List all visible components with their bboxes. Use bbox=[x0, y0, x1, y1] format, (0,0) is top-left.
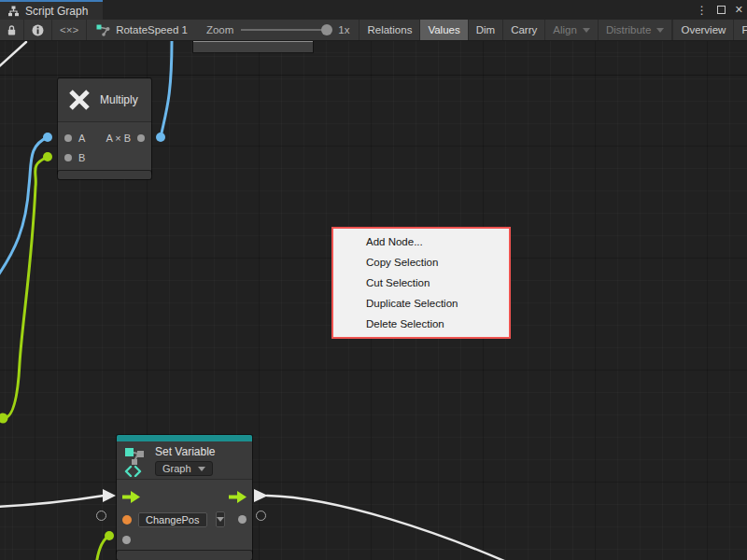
input-port-b[interactable] bbox=[64, 154, 72, 161]
variable-icon bbox=[123, 445, 148, 477]
dim-button[interactable]: Dim bbox=[469, 20, 503, 40]
set-variable-body: ChangePos bbox=[117, 479, 252, 554]
chevron-down-icon bbox=[583, 28, 590, 33]
value-output-port[interactable] bbox=[238, 515, 247, 524]
carry-button[interactable]: Carry bbox=[503, 20, 545, 40]
set-variable-title: Set Variable bbox=[155, 445, 215, 458]
info-icon bbox=[32, 24, 44, 36]
variable-name-chevron-button[interactable] bbox=[216, 511, 226, 527]
flow-input-arrow-icon[interactable] bbox=[122, 491, 140, 503]
relations-button[interactable]: Relations bbox=[359, 20, 420, 40]
variable-kind-dropdown[interactable]: Graph bbox=[155, 461, 213, 476]
variable-name-dropdown[interactable]: ChangePos bbox=[138, 512, 207, 527]
lock-icon bbox=[7, 24, 16, 36]
graph-toolbar: <×> RotateSpeed 1 Zoom 1x Relations Valu… bbox=[0, 20, 747, 41]
tab-script-graph[interactable]: Script Graph bbox=[0, 0, 103, 20]
zoom-slider-handle[interactable] bbox=[321, 24, 332, 35]
maximize-icon[interactable] bbox=[717, 6, 726, 14]
menu-item-add-node[interactable]: Add Node... bbox=[333, 231, 509, 252]
set-variable-footer bbox=[117, 551, 252, 560]
node-set-variable[interactable]: Set Variable Graph ChangePos bbox=[117, 435, 252, 554]
info-button[interactable] bbox=[24, 20, 52, 40]
code-view-button[interactable]: <×> bbox=[52, 20, 87, 40]
chevron-down-icon bbox=[217, 517, 224, 522]
menu-item-duplicate-selection[interactable]: Duplicate Selection bbox=[333, 293, 509, 314]
menu-item-copy-selection[interactable]: Copy Selection bbox=[333, 252, 509, 273]
context-menu: Add Node... Copy Selection Cut Selection… bbox=[331, 227, 511, 339]
multiply-x-icon bbox=[67, 88, 92, 112]
tab-label: Script Graph bbox=[25, 5, 88, 18]
output-port-axb[interactable] bbox=[137, 134, 145, 142]
fallback-input-port[interactable] bbox=[122, 536, 131, 544]
distribute-label: Distribute bbox=[606, 24, 652, 35]
menu-item-delete-selection[interactable]: Delete Selection bbox=[333, 314, 509, 334]
unconnected-port-ring-left[interactable] bbox=[96, 511, 106, 521]
multiply-node-title: Multiply bbox=[100, 93, 138, 106]
align-dropdown-button[interactable]: Align bbox=[545, 20, 599, 40]
input-port-a[interactable] bbox=[64, 134, 72, 142]
breadcrumb[interactable]: RotateSpeed 1 bbox=[87, 20, 197, 40]
graph-hierarchy-icon bbox=[7, 6, 20, 17]
chevron-down-icon bbox=[656, 28, 664, 33]
fullscreen-button[interactable]: Full Screen bbox=[734, 20, 747, 40]
unconnected-port-ring-right[interactable] bbox=[256, 511, 266, 521]
lock-button[interactable] bbox=[0, 20, 24, 40]
port-a-label: A bbox=[78, 133, 85, 144]
node-multiply[interactable]: Multiply A A × B B bbox=[58, 78, 151, 175]
overview-button[interactable]: Overview bbox=[673, 20, 734, 40]
values-button[interactable]: Values bbox=[420, 20, 468, 40]
port-b-label: B bbox=[78, 152, 85, 163]
multiply-node-footer bbox=[58, 171, 151, 179]
set-variable-header[interactable]: Set Variable Graph bbox=[117, 441, 252, 479]
obscured-node-top bbox=[193, 41, 313, 52]
zoom-control: Zoom 1x bbox=[197, 20, 360, 40]
script-graph-window: Multiply A A × B B bbox=[0, 0, 747, 560]
close-icon[interactable]: ✕ bbox=[735, 4, 743, 16]
value-input-port[interactable] bbox=[122, 515, 132, 525]
title-bar: Script Graph ⋮ ✕ bbox=[0, 0, 747, 20]
port-out-label: A × B bbox=[106, 133, 131, 144]
window-menu-icon[interactable]: ⋮ bbox=[697, 4, 708, 17]
flow-output-arrow-icon[interactable] bbox=[229, 491, 247, 503]
breadcrumb-label: RotateSpeed 1 bbox=[116, 24, 188, 35]
chevron-down-icon bbox=[198, 467, 205, 471]
multiply-node-body: A A × B B bbox=[58, 121, 151, 175]
set-variable-accent-bar bbox=[117, 435, 252, 441]
distribute-dropdown-button[interactable]: Distribute bbox=[599, 20, 673, 40]
zoom-slider[interactable] bbox=[241, 29, 331, 31]
variable-kind-value: Graph bbox=[162, 463, 191, 474]
zoom-label: Zoom bbox=[206, 24, 233, 35]
align-label: Align bbox=[553, 24, 577, 35]
graph-node-icon bbox=[96, 24, 110, 36]
multiply-node-header[interactable]: Multiply bbox=[58, 78, 151, 121]
menu-item-cut-selection[interactable]: Cut Selection bbox=[333, 273, 509, 293]
zoom-value: 1x bbox=[338, 24, 349, 35]
